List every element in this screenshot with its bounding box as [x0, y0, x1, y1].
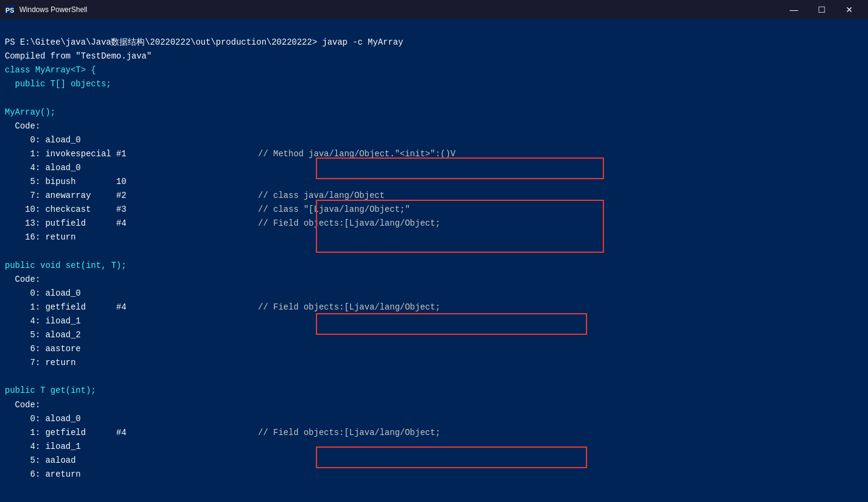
get-sig: public T get(int);	[5, 386, 96, 395]
minimize-button[interactable]: —	[780, 0, 808, 19]
restore-button[interactable]: ☐	[808, 0, 835, 19]
blank2	[5, 247, 10, 256]
window-controls: — ☐ ✕	[780, 0, 863, 19]
get-5: 5: aaload	[5, 456, 76, 465]
get-1-with-comment: 1: getfield #4 // Field objects:[Ljava/l…	[5, 428, 441, 437]
instr-4: 4: aload_0	[5, 163, 81, 173]
terminal-body[interactable]: PS E:\Gitee\java\Java数据结构\20220222\out\p…	[0, 19, 868, 502]
set-4: 4: iload_1	[5, 316, 81, 326]
set-sig: public void set(int, T);	[5, 261, 127, 270]
set-6: 6: aastore	[5, 344, 81, 354]
instr-13-with-comment: 13: putfield #4 // Field objects:[Ljava/…	[5, 218, 441, 228]
window-title: Windows PowerShell	[19, 5, 87, 14]
code-label3: Code:	[5, 400, 40, 410]
set-5: 5: aload_2	[5, 330, 81, 340]
set-1-with-comment: 1: getfield #4 // Field objects:[Ljava/l…	[5, 302, 441, 312]
terminal-output: PS E:\Gitee\java\Java数据结构\20220222\out\p…	[5, 22, 863, 495]
blank3	[5, 372, 10, 381]
instr-1-with-comment: 1: invokespecial #1 // Method java/lang/…	[5, 149, 456, 159]
set-7: 7: return	[5, 358, 76, 367]
instr-16: 16: return	[5, 232, 76, 242]
compiled-line: Compiled from "TestDemo.java"	[5, 51, 152, 61]
set-0: 0: aload_0	[5, 288, 81, 298]
field-line: public T[] objects;	[5, 79, 111, 89]
instr-7-with-comment: 7: anewarray #2 // class java/lang/Objec…	[5, 191, 385, 200]
instr-10-with-comment: 10: checkcast #3 // class "[Ljava/lang/O…	[5, 205, 410, 214]
blank1	[5, 93, 10, 103]
class-line: class MyArray<T> {	[5, 65, 96, 75]
powershell-window: PS Windows PowerShell — ☐ ✕ PS E:\Gitee\…	[0, 0, 868, 502]
get-4: 4: iload_1	[5, 442, 81, 451]
svg-text:PS: PS	[5, 7, 14, 14]
close-button[interactable]: ✕	[835, 0, 863, 19]
title-bar: PS Windows PowerShell — ☐ ✕	[0, 0, 868, 19]
get-0: 0: aload_0	[5, 414, 81, 424]
powershell-icon: PS	[5, 5, 14, 14]
code-label2: Code:	[5, 275, 40, 284]
prompt-line: PS E:\Gitee\java\Java数据结构\20220222\out\p…	[5, 37, 403, 47]
instr-5: 5: bipush 10	[5, 177, 127, 186]
title-bar-left: PS Windows PowerShell	[5, 5, 87, 14]
instr-0: 0: aload_0	[5, 135, 81, 145]
constructor-sig: MyArray();	[5, 107, 55, 117]
get-6: 6: areturn	[5, 469, 81, 479]
code-label1: Code:	[5, 121, 40, 131]
